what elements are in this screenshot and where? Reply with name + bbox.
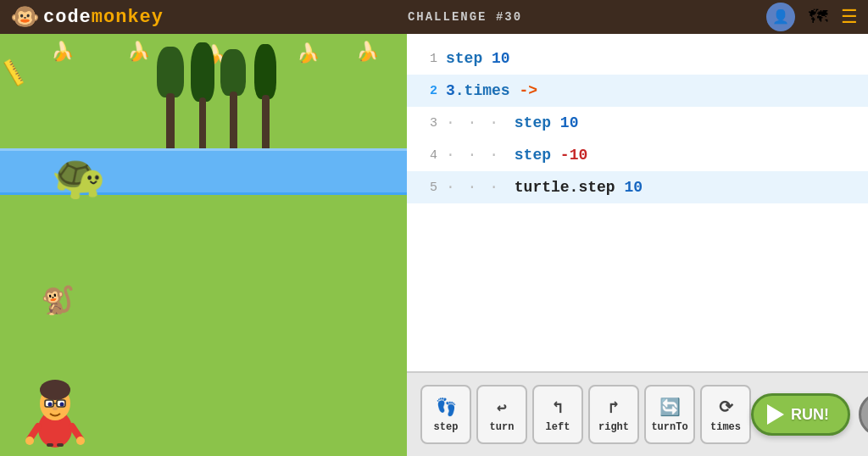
blocks-palette: 👣 step ↩ turn ↰ left ↱ right 🔄 t bbox=[420, 385, 751, 444]
step-block-icon: 👣 bbox=[436, 397, 457, 418]
keyword-times: .times bbox=[455, 82, 510, 99]
indent-dots-3: · · · bbox=[446, 114, 511, 131]
nav-icons: 👤 🗺 ☰ bbox=[766, 3, 858, 31]
play-triangle-icon bbox=[767, 404, 784, 425]
reload-button[interactable]: ↺ bbox=[859, 392, 868, 437]
svg-point-6 bbox=[60, 403, 64, 407]
turnto-block-icon: 🔄 bbox=[659, 397, 681, 418]
number-neg10: -10 bbox=[560, 147, 587, 164]
keyword-step-3: step bbox=[515, 114, 551, 131]
logo-code: code bbox=[43, 7, 92, 28]
keyword-turtle-step: turtle.step bbox=[515, 179, 615, 196]
banana-2: 🍌 bbox=[127, 41, 150, 64]
left-block-icon: ↰ bbox=[553, 397, 563, 418]
bottom-toolbar: 👣 step ↩ turn ↰ left ↱ right 🔄 t bbox=[407, 371, 868, 456]
times-block-icon: ⟳ bbox=[719, 397, 733, 418]
main-content: 🍌 🍌 🍌 🍌 🍌 📏 🐢 🐒 bbox=[0, 34, 868, 456]
right-block-label: right bbox=[598, 421, 629, 433]
line-number-5: 5 bbox=[414, 181, 437, 195]
block-turnto-button[interactable]: 🔄 turnTo bbox=[644, 385, 695, 444]
navbar: 🐵 codemonkey CHALLENGE #30 👤 🗺 ☰ bbox=[0, 0, 868, 34]
logo-monkey-text: monkey bbox=[92, 7, 164, 28]
svg-point-14 bbox=[76, 437, 85, 445]
map-button[interactable]: 🗺 bbox=[804, 3, 832, 31]
run-area: RUN! ↺ ⚙ bbox=[751, 392, 868, 437]
turn-block-icon: ↩ bbox=[497, 397, 507, 418]
block-turn-button[interactable]: ↩ turn bbox=[476, 385, 527, 444]
line-number-1: 1 bbox=[414, 52, 437, 66]
code-panel: 1 step 10 2 3 .times -> 3 · · · step 10 bbox=[407, 34, 868, 456]
map-icon: 🗺 bbox=[809, 6, 827, 29]
line-number-3: 3 bbox=[414, 116, 437, 131]
banana-5: 🍌 bbox=[356, 41, 379, 64]
turtle-character: 🐢 bbox=[51, 151, 106, 205]
logo-text: codemonkey bbox=[43, 7, 164, 28]
svg-point-13 bbox=[25, 437, 34, 445]
tree-3 bbox=[220, 49, 246, 159]
hamburger-menu-button[interactable]: ☰ bbox=[841, 6, 858, 29]
keyword-step-1: step bbox=[446, 50, 482, 67]
banana-4: 🍌 bbox=[297, 42, 320, 65]
number-10-5: 10 bbox=[624, 179, 643, 196]
monkey-small-character: 🐒 bbox=[41, 284, 75, 318]
banana-1: 🍌 bbox=[51, 41, 74, 64]
code-line-2: 2 3 .times -> bbox=[407, 75, 868, 107]
game-panel: 🍌 🍌 🍌 🍌 🍌 📏 🐢 🐒 bbox=[0, 34, 407, 456]
step-block-label: step bbox=[434, 421, 459, 433]
svg-rect-16 bbox=[57, 443, 64, 447]
svg-point-10 bbox=[53, 407, 58, 410]
number-10-3: 10 bbox=[560, 114, 579, 131]
line-number-2: 2 bbox=[414, 84, 437, 98]
indent-dots-4: · · · bbox=[446, 147, 511, 164]
right-block-icon: ↱ bbox=[609, 397, 619, 418]
left-block-label: left bbox=[546, 421, 570, 433]
line-number-4: 4 bbox=[414, 148, 437, 163]
tree-4 bbox=[254, 44, 276, 161]
block-times-button[interactable]: ⟳ times bbox=[700, 385, 751, 444]
block-right-button[interactable]: ↱ right bbox=[588, 385, 639, 444]
indent-dots-5: · · · bbox=[446, 179, 511, 196]
number-3: 3 bbox=[446, 82, 455, 99]
main-character bbox=[25, 371, 85, 448]
svg-point-2 bbox=[40, 380, 70, 400]
run-label: RUN! bbox=[791, 406, 829, 424]
user-icon: 👤 bbox=[772, 8, 789, 25]
code-line-3: 3 · · · step 10 bbox=[407, 107, 868, 139]
times-block-label: times bbox=[710, 421, 741, 433]
tree-2 bbox=[191, 42, 214, 161]
code-editor[interactable]: 1 step 10 2 3 .times -> 3 · · · step 10 bbox=[407, 34, 868, 371]
tree-1 bbox=[157, 47, 184, 161]
keyword-step-4: step bbox=[515, 147, 551, 164]
user-profile-button[interactable]: 👤 bbox=[766, 3, 795, 31]
svg-rect-15 bbox=[47, 443, 53, 447]
run-button[interactable]: RUN! bbox=[751, 393, 850, 436]
number-10-1: 10 bbox=[492, 50, 510, 67]
code-line-4: 4 · · · step -10 bbox=[407, 139, 868, 171]
arrow: -> bbox=[519, 82, 537, 99]
svg-point-5 bbox=[48, 403, 53, 407]
challenge-title: CHALLENGE #30 bbox=[408, 10, 522, 24]
turnto-block-label: turnTo bbox=[651, 421, 687, 433]
logo-monkey-icon: 🐵 bbox=[10, 3, 40, 31]
block-step-button[interactable]: 👣 step bbox=[420, 385, 471, 444]
logo-area: 🐵 codemonkey bbox=[10, 3, 164, 31]
block-left-button[interactable]: ↰ left bbox=[532, 385, 583, 444]
code-line-1: 1 step 10 bbox=[407, 42, 868, 75]
code-line-5: 5 · · · turtle.step 10 bbox=[407, 171, 868, 203]
turn-block-label: turn bbox=[490, 421, 515, 433]
